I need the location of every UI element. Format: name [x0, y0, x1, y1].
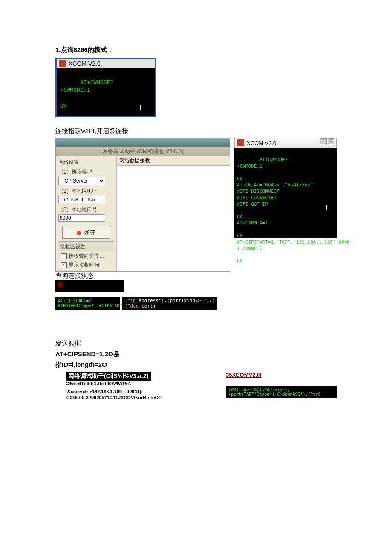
sec3-black-strip: 播 [55, 280, 124, 292]
sec3-yq2: ("dce [124, 303, 138, 309]
xcom2-terminal-text: AT+CWMODE? +CWMODE:1 OK AT+CWJAP="6b415"… [237, 157, 350, 264]
text-cursor-icon: I [139, 103, 142, 113]
sec3-yq1: ("ip [124, 298, 136, 303]
xcom-terminal-1: AT+CWMODE? +CWMODE:1 OK I [57, 68, 155, 116]
port-input[interactable] [58, 214, 105, 222]
sec4-line2: 指ID=l,length=2O [55, 361, 337, 369]
xcom-title-text: XCOM V2.0 [69, 60, 101, 67]
sec3-code-green: AT+C11SΓART=?KIPSIARTCtype*).+CIPSTλKTΓt… [55, 297, 120, 310]
netdebug-receive-area: 网络数据接收 [116, 156, 230, 271]
sec4-heading: 发送数据 [55, 340, 337, 348]
sec3-caption-red: 播 [55, 280, 65, 290]
settings-header: 网络设置 [58, 159, 114, 166]
text-cursor-icon-2: I [326, 203, 328, 213]
recv-to-file-checkbox[interactable] [61, 253, 67, 259]
sec3-code-mixed: ("ip address*),(port)αinn¼>·*),( ("dce p… [122, 297, 217, 310]
sec4-left-body2: t2016-00-220920571C11JXCOVt<nd4·stoOR [66, 395, 183, 400]
section3-caption: 查询连接状态 [55, 272, 337, 280]
sec4-left-strike: C%½MTifltift1.RrrtJ0A*lWRn'. [66, 381, 183, 386]
proto-label: （1）协议类型 [58, 169, 114, 176]
sec4-line1: AT+CIPSEND=1,2O是 [55, 350, 337, 358]
section1-title: 1.点询8266的模式： [55, 46, 337, 54]
disconnect-dot-icon [77, 231, 81, 235]
sec3-wt2: port) [141, 303, 156, 309]
xcom2-title-text: XCOM V2.0 [247, 140, 276, 146]
netdebug-tab-icon [56, 138, 230, 147]
netdebug-window: 网络调试助手 (CM精装版 V3.8.2) 网络设置 （1）协议类型 TCP S… [55, 138, 230, 272]
show-time-label: 显示接收时间 [69, 262, 99, 269]
xcom-app-icon [59, 60, 66, 67]
xcom2-titlebar: XCOM V2.0 _ □ [234, 138, 337, 148]
sec4-left-title: 网络调试助干(Ci|S½l½V3.a.2) [66, 372, 151, 381]
xcom-titlebar: XCOM V2.0 [57, 59, 155, 68]
sec4-right-green: TARIΓtn>·*λCip*ddr<ıs·),(pφrt)TART'Ctype… [226, 386, 337, 398]
maximize-icon[interactable]: □ [328, 138, 334, 144]
recv-to-file-label: 接收转向文件… [69, 253, 104, 260]
xcom2-app-icon [237, 139, 244, 146]
terminal1-text: AT+CWMODE? +CWMODE:1 OK [60, 79, 113, 109]
disconnect-label: 断开 [84, 229, 95, 237]
minimize-icon[interactable]: _ [320, 138, 327, 144]
ip-label: （2）本地IP地址 [58, 188, 114, 195]
ip-input[interactable] [58, 196, 105, 203]
netdebug-titlebar: 网络调试助手 (CM精装版 V3.8.2) [56, 147, 230, 156]
sec3-wt1: address*),(port)αinn¼>·*),( [139, 298, 215, 303]
netdebug-settings-panel: 网络设置 （1）协议类型 TCP Server （2）本地IP地址 （3）本地端… [56, 156, 116, 271]
show-time-checkbox[interactable] [61, 262, 67, 268]
xcom2-terminal: AT+CWMODE? +CWMODE:1 OK AT+CWJAP="6b415"… [234, 148, 337, 238]
proto-select[interactable]: TCP Server [58, 177, 105, 185]
sec4-right-title: 35XCOMV2.0I [226, 372, 337, 378]
section2-caption: 连接指定WIFI,开启多连接 [55, 127, 337, 135]
netdebug-receive-header: 网络数据接收 [117, 156, 230, 166]
xcom-screenshot-1: XCOM V2.0 AT+CWMODE? +CWMODE:1 OK I [55, 58, 156, 117]
sec3-caption-black: 查询连接状态 [55, 272, 94, 279]
sec4-left-body1: [&«c«iv«fre·1∂2.168.1.109；99644]: [66, 389, 183, 395]
recv-area-header: 接收区设置 [58, 241, 114, 252]
port-label: （3）本地端口号 [58, 206, 114, 213]
xcom-window-2: XCOM V2.0 _ □ AT+CWMODE? +CWMODE:1 OK AT… [234, 138, 337, 238]
disconnect-button[interactable]: 断开 [62, 227, 110, 239]
